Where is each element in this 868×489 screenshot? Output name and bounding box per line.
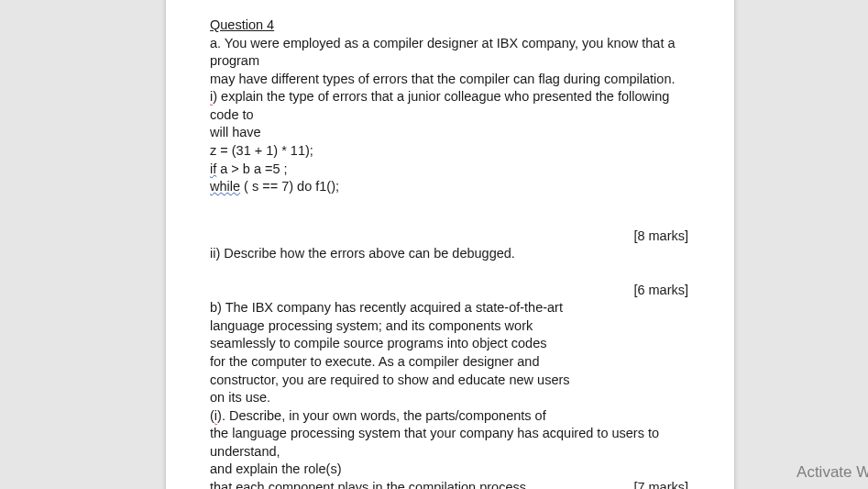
text-line: b) The IBX company has recently acquired… — [210, 299, 698, 317]
text-line: that each component plays in the compila… — [210, 479, 530, 489]
question-title: Question 4 — [210, 17, 698, 35]
text-line: for the computer to execute. As a compil… — [210, 353, 698, 372]
spacer — [210, 196, 698, 228]
text-line: i) explain the type of errors that a jun… — [210, 88, 698, 124]
squiggle-text: while — [210, 179, 240, 194]
text-line: (i). Describe, in your own words, the pa… — [210, 407, 698, 426]
spacer — [210, 263, 698, 282]
text-line: and explain the role(s) — [210, 461, 698, 479]
text-line: seamlessly to compile source programs in… — [210, 335, 698, 353]
text-line: the language processing system that your… — [210, 425, 698, 461]
text: a > b a =5 ; — [216, 161, 287, 176]
marks-label: [6 marks] — [210, 282, 698, 300]
code-line: if a > b a =5 ; — [210, 161, 698, 179]
text-with-marks: that each component plays in the compila… — [210, 479, 698, 489]
text-line: ii) Describe how the errors above can be… — [210, 245, 698, 263]
text: ). Describe, in your own words, the part… — [217, 408, 546, 423]
text-line: language processing system; and its comp… — [210, 317, 698, 336]
page-content: Question 4 a. You were employed as a com… — [166, 0, 734, 489]
document-page: Question 4 a. You were employed as a com… — [165, 0, 735, 489]
text-line: will have — [210, 124, 698, 142]
activate-windows-watermark: Activate Wind — [797, 463, 868, 482]
text: ) explain the type of errors that a juni… — [210, 89, 669, 122]
text-line: on its use. — [210, 389, 698, 407]
text: ( s == 7) do f1(); — [240, 179, 339, 194]
text-line: constructor, you are required to show an… — [210, 372, 698, 390]
text-line: a. You were employed as a compiler desig… — [210, 35, 698, 71]
marks-label: [7 marks] — [633, 479, 698, 489]
marks-label: [8 marks] — [210, 228, 698, 246]
text-line: may have different types of errors that … — [210, 71, 698, 89]
code-line: while ( s == 7) do f1(); — [210, 178, 698, 196]
code-line: z = (31 + 1) * 11); — [210, 142, 698, 161]
